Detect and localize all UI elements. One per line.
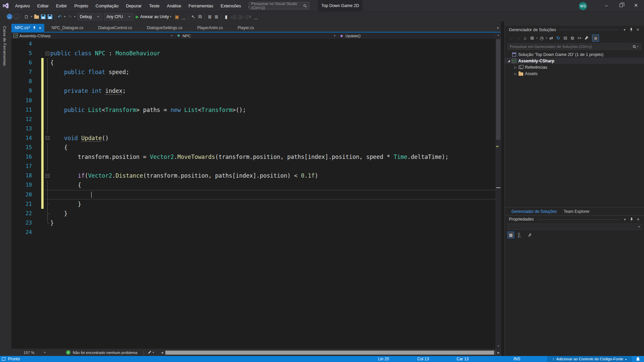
menu-editar[interactable]: Editar — [34, 0, 52, 11]
menu-compilacao[interactable]: Compilação — [92, 0, 122, 11]
scroll-up-icon[interactable]: ▲ — [495, 34, 501, 37]
redo-icon[interactable]: ↷ — [66, 13, 73, 21]
bookmark-next-icon[interactable]: ▯▷ — [237, 13, 245, 21]
code-line-8[interactable]: 8 — [11, 77, 495, 86]
scroll-left-icon[interactable]: ◀ — [160, 351, 165, 354]
indent-decrease-icon[interactable]: ≣ — [206, 13, 213, 21]
property-pages-icon[interactable] — [526, 232, 533, 238]
code-line-11[interactable]: 11 public List<Transform> paths = new Li… — [11, 105, 495, 115]
code-line-24[interactable]: 24 — [11, 228, 495, 237]
chevron-down-icon[interactable]: ▾ — [546, 37, 547, 40]
solution-explorer-search-input[interactable]: Pesquisar em Gerenciador de Soluções (Ct… — [507, 43, 641, 50]
undo-icon[interactable]: ↶ — [56, 13, 63, 21]
bookmark-icon[interactable]: ▮ — [223, 13, 229, 21]
collapse-minus-icon[interactable]: – — [46, 52, 49, 55]
code-line-7[interactable]: 7 public float speed; — [11, 67, 495, 77]
new-file-icon[interactable]: 🗋 — [23, 13, 30, 21]
indent-increase-icon[interactable]: ≣ — [213, 13, 220, 21]
account-avatar[interactable]: WS — [579, 2, 587, 10]
collapse-minus-icon[interactable]: – — [46, 136, 49, 140]
platform-select[interactable]: Any CPU ▾ — [104, 13, 133, 20]
close-icon[interactable]: ✕ — [39, 26, 41, 30]
attach-snapshot-icon[interactable]: ⧉ — [197, 13, 203, 21]
code-line-23[interactable]: 23} — [11, 218, 495, 228]
categorized-icon[interactable]: ▦ — [507, 232, 514, 238]
menu-exibir[interactable]: Exibir — [52, 0, 71, 11]
code-line-16[interactable]: 16 transform.position = Vector2.MoveTowa… — [11, 152, 495, 162]
code-line-5[interactable]: 5–public class NPC : MonoBehaviour — [11, 49, 495, 58]
scroll-down-icon[interactable]: ▼ — [495, 345, 501, 348]
new-file-dropdown[interactable]: ▾ — [30, 15, 33, 18]
bookmark-clear-icon[interactable]: ▯✕ — [245, 13, 252, 21]
pin-icon[interactable] — [628, 218, 635, 221]
menu-extensoes[interactable]: Extensões — [217, 0, 245, 11]
underscore-icon[interactable]: ▁ — [253, 13, 259, 21]
solution-explorer-header[interactable]: Gerenciador de Soluções ▾ ✕ — [505, 26, 644, 34]
forward-icon[interactable]: → — [515, 35, 522, 42]
properties-icon[interactable]: ⧉ — [569, 35, 576, 42]
switch-views-icon[interactable]: ⊞ — [529, 35, 536, 42]
fold-toggle[interactable]: – — [45, 171, 50, 180]
debug-config-select[interactable]: Debug ▾ — [77, 13, 102, 20]
chevron-down-icon[interactable]: ▾ — [622, 28, 628, 32]
menu-projeto[interactable]: Projeto — [71, 0, 92, 11]
breadcrumb-type[interactable]: ❖ NPC ▾ — [174, 33, 337, 39]
close-button[interactable]: ✕ — [629, 0, 643, 11]
properties-object-select[interactable]: ▾ — [507, 224, 642, 230]
code-line-21[interactable]: 21 } — [11, 199, 495, 209]
tree-item-soluotopdowngame2d1de1projeto[interactable]: Solução 'Top Down Game 2D' (1 de 1 proje… — [505, 51, 644, 58]
redo-dropdown[interactable]: ▾ — [73, 15, 76, 18]
fold-toggle[interactable]: – — [45, 49, 50, 58]
panel-tab-gerenciadordesolues[interactable]: Gerenciador de Soluções — [508, 208, 560, 215]
toolbox-side-tab[interactable]: Caixa de Ferramentas — [0, 21, 11, 356]
tab-npccs[interactable]: NPC.cs*✕ — [11, 24, 44, 32]
code-line-19[interactable]: 19 { — [11, 180, 495, 190]
unity-package-icon[interactable]: ▣ — [173, 13, 180, 21]
refresh-icon[interactable]: ↻ — [555, 35, 562, 42]
chevron-collapsed-icon[interactable]: ▷ — [514, 66, 518, 69]
close-icon[interactable]: ✕ — [635, 218, 642, 221]
code-line-22[interactable]: 22 } — [11, 209, 495, 218]
fold-toggle[interactable]: – — [45, 133, 50, 143]
code-line-9[interactable]: 9 private int index; — [11, 86, 495, 96]
sync-icon[interactable]: ⇄ — [548, 35, 555, 42]
hscroll-thumb[interactable] — [165, 351, 494, 355]
tab-dialoguesettingscs[interactable]: DialogueSettings.cs — [140, 24, 190, 32]
save-icon[interactable] — [40, 13, 47, 21]
menu-arquivo[interactable]: Arquivo — [11, 0, 34, 11]
search-input[interactable]: Pesquisar no Visual Studio (Ctrl+Q) — [249, 2, 309, 9]
sort-alphabetical-icon[interactable]: AZ↓ — [516, 232, 523, 238]
code-line-12[interactable]: 12 — [11, 115, 495, 124]
show-all-files-icon[interactable]: ⧈ — [592, 35, 599, 42]
menu-depurar[interactable]: Depurar — [122, 0, 145, 11]
code-line-10[interactable]: 10 — [11, 96, 495, 105]
menu-analise[interactable]: Análise — [163, 0, 185, 11]
code-line-13[interactable]: 13 — [11, 124, 495, 133]
wrench-icon[interactable] — [583, 35, 590, 42]
zoom-select[interactable]: 157 % ▾ — [23, 351, 47, 355]
restore-button[interactable] — [614, 0, 629, 11]
menu-ferramentas[interactable]: Ferramentas — [185, 0, 217, 11]
tab-playeranimcs[interactable]: PlayerAnim.cs — [190, 24, 230, 32]
code-line-14[interactable]: 14– void Update() — [11, 133, 495, 143]
undo-dropdown[interactable]: ▾ — [63, 15, 66, 18]
collapse-minus-icon[interactable]: – — [46, 174, 49, 178]
code-editor[interactable]: 45–public class NPC : MonoBehaviour6{7 p… — [11, 39, 495, 349]
panel-tab-teamexplorer[interactable]: Team Explorer — [560, 208, 593, 215]
tab-playercs[interactable]: Player.cs — [230, 24, 262, 32]
collapse-all-icon[interactable]: ⊟ — [562, 35, 569, 42]
navigate-forward-icon[interactable]: → — [13, 13, 20, 21]
minimize-button[interactable]: – — [599, 0, 614, 11]
scrollbar-thumb[interactable] — [496, 39, 500, 140]
code-line-17[interactable]: 17 — [11, 162, 495, 171]
code-cleanup-icon[interactable] — [147, 350, 152, 355]
underscore-icon[interactable]: ▁ — [180, 13, 187, 21]
tree-item-assets[interactable]: ▷Assets — [505, 70, 644, 77]
tab-npcdialoguecs[interactable]: NPC_Dialogue.cs — [44, 24, 91, 32]
tab-overflow-icon[interactable]: ▼ — [496, 26, 499, 30]
tree-item-assemblycsharp[interactable]: ◢C#Assembly-CSharp — [505, 58, 644, 64]
menu-teste[interactable]: Teste — [145, 0, 163, 11]
editor-vertical-scrollbar[interactable]: ▲ ✛ ▼ — [495, 33, 501, 349]
home-icon[interactable]: ⌂ — [522, 35, 529, 42]
attach-to-unity-button[interactable]: ▶ Anexar ao Unity ▾ — [136, 14, 172, 19]
